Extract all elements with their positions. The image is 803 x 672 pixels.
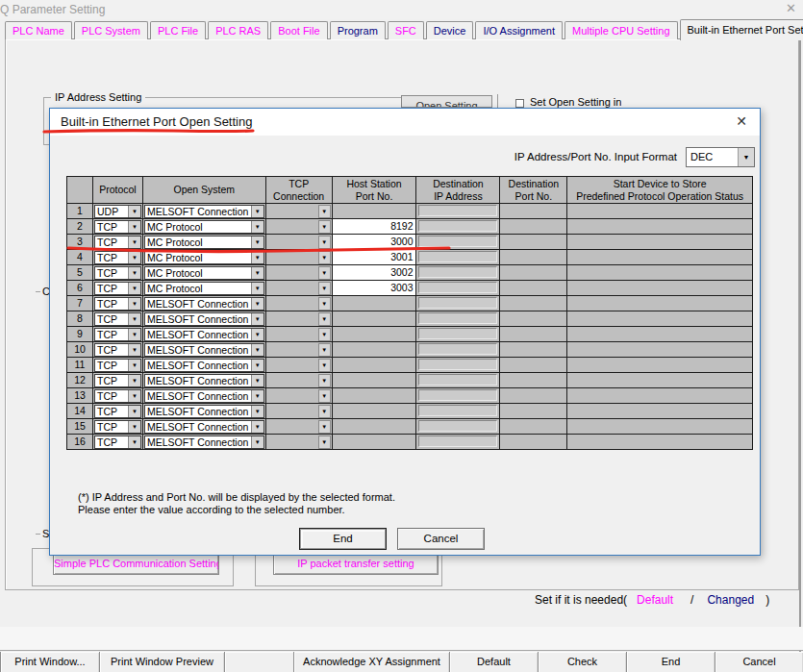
chevron-down-icon[interactable]: ▼ xyxy=(128,252,140,263)
tcp-connection-dropdown[interactable]: ▼ xyxy=(266,435,333,450)
chevron-down-icon[interactable]: ▼ xyxy=(318,220,331,234)
tab-built-in-ethernet-port-setting[interactable]: Built-in Ethernet Port Setting xyxy=(680,19,803,40)
chevron-down-icon[interactable]: ▼ xyxy=(128,436,140,448)
protocol-dropdown[interactable]: TCP▼ xyxy=(94,420,141,434)
chevron-down-icon[interactable]: ▼ xyxy=(251,236,263,248)
protocol-dropdown[interactable]: TCP▼ xyxy=(94,312,141,326)
protocol-dropdown[interactable]: TCP▼ xyxy=(94,374,141,387)
chevron-down-icon[interactable]: ▼ xyxy=(128,329,140,340)
chevron-down-icon[interactable]: ▼ xyxy=(128,283,140,294)
host-station-port-field[interactable]: 3001 xyxy=(333,250,417,265)
tcp-connection-dropdown[interactable]: ▼ xyxy=(266,265,333,281)
protocol-dropdown[interactable]: TCP▼ xyxy=(94,343,141,357)
chevron-down-icon[interactable]: ▼ xyxy=(128,206,140,217)
open-system-dropdown[interactable]: MELSOFT Connection▼ xyxy=(144,436,264,449)
cancel-button[interactable]: Cancel xyxy=(715,652,803,672)
chevron-down-icon[interactable]: ▼ xyxy=(251,421,263,433)
tab-device[interactable]: Device xyxy=(426,21,474,39)
chevron-down-icon[interactable]: ▼ xyxy=(251,344,263,356)
cancel-button[interactable]: Cancel xyxy=(397,528,485,550)
check-button[interactable]: Check xyxy=(538,652,626,672)
tcp-connection-dropdown[interactable]: ▼ xyxy=(266,358,333,373)
chevron-down-icon[interactable]: ▼ xyxy=(318,297,331,311)
open-system-dropdown[interactable]: MELSOFT Connection▼ xyxy=(144,420,264,434)
host-station-port-field[interactable]: 8192 xyxy=(333,219,417,235)
protocol-dropdown[interactable]: TCP▼ xyxy=(94,251,141,264)
chevron-down-icon[interactable]: ▼ xyxy=(128,344,140,356)
tab-multiple-cpu-setting[interactable]: Multiple CPU Setting xyxy=(565,21,678,39)
chevron-down-icon[interactable]: ▼ xyxy=(128,375,140,386)
chevron-down-icon[interactable]: ▼ xyxy=(251,436,263,448)
tcp-connection-dropdown[interactable]: ▼ xyxy=(266,296,333,311)
chevron-down-icon[interactable]: ▼ xyxy=(251,329,263,340)
host-station-port-field[interactable]: 3003 xyxy=(333,281,417,296)
protocol-dropdown[interactable]: TCP▼ xyxy=(94,359,141,372)
open-system-dropdown[interactable]: MELSOFT Connection▼ xyxy=(144,343,264,357)
chevron-down-icon[interactable]: ▼ xyxy=(128,221,140,233)
chevron-down-icon[interactable]: ▼ xyxy=(318,374,331,387)
open-setting-button[interactable]: Open Setting xyxy=(401,95,492,108)
chevron-down-icon[interactable]: ▼ xyxy=(251,360,263,371)
tcp-connection-dropdown[interactable]: ▼ xyxy=(266,281,333,296)
protocol-dropdown[interactable]: TCP▼ xyxy=(94,436,141,449)
dialog-titlebar[interactable]: Built-in Ethernet Port Open Setting ✕ xyxy=(50,109,760,136)
chevron-down-icon[interactable]: ▼ xyxy=(251,298,263,310)
chevron-down-icon[interactable]: ▼ xyxy=(318,359,331,372)
open-system-dropdown[interactable]: MELSOFT Connection▼ xyxy=(144,297,264,311)
open-system-dropdown[interactable]: MC Protocol▼ xyxy=(144,266,264,280)
tcp-connection-dropdown[interactable]: ▼ xyxy=(266,235,333,250)
chevron-down-icon[interactable]: ▼ xyxy=(128,298,140,310)
end-button[interactable]: End xyxy=(626,652,715,672)
chevron-down-icon[interactable]: ▼ xyxy=(128,406,140,417)
print-window-preview-button[interactable]: Print Window Preview xyxy=(99,652,224,672)
simple-plc-communication-setting-button[interactable]: Simple PLC Communication Setting xyxy=(53,553,219,575)
chevron-down-icon[interactable]: ▼ xyxy=(251,267,263,279)
open-system-dropdown[interactable]: MELSOFT Connection▼ xyxy=(144,312,264,326)
open-system-dropdown[interactable]: MELSOFT Connection▼ xyxy=(144,359,264,372)
chevron-down-icon[interactable]: ▼ xyxy=(251,206,263,217)
print-window-button[interactable]: Print Window... xyxy=(0,652,99,672)
tcp-connection-dropdown[interactable]: ▼ xyxy=(266,204,333,219)
chevron-down-icon[interactable]: ▼ xyxy=(318,389,331,403)
chevron-down-icon[interactable]: ▼ xyxy=(128,360,140,371)
chevron-down-icon[interactable]: ▼ xyxy=(128,236,140,248)
tab-i-o-assignment[interactable]: I/O Assignment xyxy=(475,21,563,39)
tab-plc-ras[interactable]: PLC RAS xyxy=(208,21,268,39)
end-button[interactable]: End xyxy=(299,528,387,550)
chevron-down-icon[interactable]: ▼ xyxy=(318,205,331,218)
dialog-close-icon[interactable]: ✕ xyxy=(736,113,747,129)
chevron-down-icon[interactable]: ▼ xyxy=(251,406,263,417)
set-open-setting-checkbox[interactable] xyxy=(515,99,524,108)
chevron-down-icon[interactable]: ▼ xyxy=(128,421,140,433)
tab-plc-file[interactable]: PLC File xyxy=(150,21,206,39)
tab-program[interactable]: Program xyxy=(330,21,386,39)
chevron-down-icon[interactable]: ▼ xyxy=(318,251,331,264)
host-station-port-field[interactable]: 3000 xyxy=(333,235,417,250)
open-system-dropdown[interactable]: MC Protocol▼ xyxy=(144,220,264,234)
tcp-connection-dropdown[interactable]: ▼ xyxy=(266,250,333,265)
tcp-connection-dropdown[interactable]: ▼ xyxy=(266,404,333,419)
tcp-connection-dropdown[interactable]: ▼ xyxy=(266,419,333,435)
open-system-dropdown[interactable]: MELSOFT Connection▼ xyxy=(144,405,264,418)
tcp-connection-dropdown[interactable]: ▼ xyxy=(266,342,333,358)
window-close-icon[interactable]: ✕ xyxy=(786,1,796,15)
chevron-down-icon[interactable]: ▼ xyxy=(318,405,331,418)
open-system-dropdown[interactable]: MELSOFT Connection▼ xyxy=(144,374,264,387)
tab-sfc[interactable]: SFC xyxy=(388,21,424,39)
tcp-connection-dropdown[interactable]: ▼ xyxy=(266,388,333,404)
open-system-dropdown[interactable]: MELSOFT Connection▼ xyxy=(144,389,264,403)
chevron-down-icon[interactable]: ▼ xyxy=(251,221,263,233)
chevron-down-icon[interactable]: ▼ xyxy=(318,282,331,295)
chevron-down-icon[interactable]: ▼ xyxy=(738,148,754,166)
chevron-down-icon[interactable]: ▼ xyxy=(318,328,331,341)
chevron-down-icon[interactable]: ▼ xyxy=(128,390,140,402)
chevron-down-icon[interactable]: ▼ xyxy=(251,390,263,402)
chevron-down-icon[interactable]: ▼ xyxy=(251,252,263,263)
protocol-dropdown[interactable]: TCP▼ xyxy=(94,328,141,341)
protocol-dropdown[interactable]: UDP▼ xyxy=(94,205,141,218)
chevron-down-icon[interactable]: ▼ xyxy=(318,436,331,449)
chevron-down-icon[interactable]: ▼ xyxy=(318,266,331,280)
ip-packet-transfer-setting-button[interactable]: IP packet transfer setting xyxy=(273,553,439,575)
chevron-down-icon[interactable]: ▼ xyxy=(128,313,140,325)
open-system-dropdown[interactable]: MC Protocol▼ xyxy=(144,236,264,249)
